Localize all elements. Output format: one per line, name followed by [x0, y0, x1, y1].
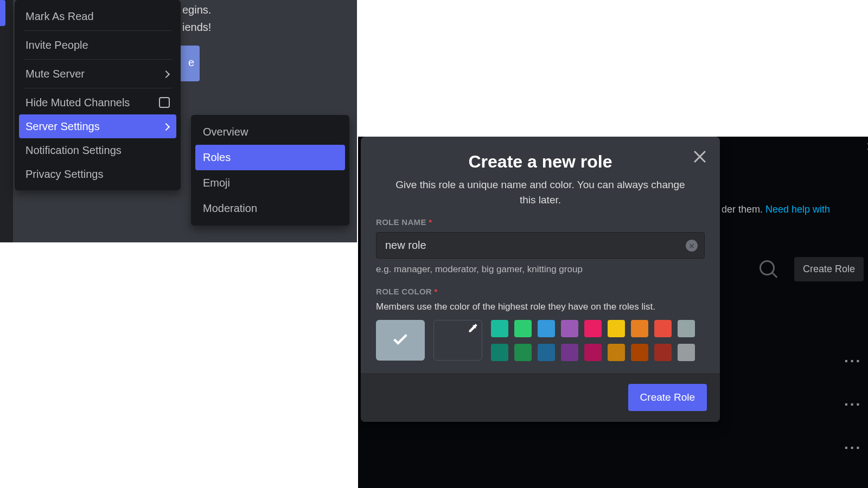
- server-pill-indicator: [0, 0, 5, 26]
- menu-notification-settings-label: Notification Settings: [25, 144, 122, 157]
- color-swatch[interactable]: [678, 320, 695, 337]
- menu-separator: [23, 30, 172, 31]
- submenu-moderation[interactable]: Moderation: [195, 196, 345, 221]
- menu-notification-settings[interactable]: Notification Settings: [19, 138, 176, 162]
- required-marker: *: [429, 217, 432, 227]
- more-icon[interactable]: ···: [844, 352, 861, 370]
- menu-mute-server-label: Mute Server: [25, 67, 85, 80]
- submenu-emoji-label: Emoji: [203, 177, 230, 189]
- bg-text-line2: iends!: [182, 18, 211, 36]
- menu-mark-as-read[interactable]: Mark As Read: [19, 4, 176, 28]
- color-swatch[interactable]: [538, 344, 555, 361]
- color-swatch[interactable]: [678, 344, 695, 361]
- left-composite-panel: egins. iends! e Mark As Read Invite Peop…: [0, 0, 357, 242]
- menu-separator: [23, 88, 172, 88]
- more-icon[interactable]: ···: [844, 439, 861, 457]
- menu-privacy-settings-label: Privacy Settings: [25, 168, 103, 181]
- color-swatch[interactable]: [654, 320, 672, 337]
- color-swatch-default[interactable]: [376, 320, 425, 361]
- bg-partial-button: e: [178, 46, 200, 81]
- color-swatch-custom[interactable]: [433, 320, 482, 361]
- checkbox-icon: [159, 97, 170, 108]
- menu-server-settings[interactable]: Server Settings: [19, 114, 176, 138]
- modal-footer: Create Role: [361, 373, 720, 422]
- color-swatch[interactable]: [514, 320, 532, 337]
- right-composite-panel: der them. Need help with Create Role ···…: [358, 137, 868, 488]
- role-color-hint: Members use the color of the highest rol…: [376, 301, 705, 312]
- eyedropper-icon: [468, 323, 478, 336]
- submenu-roles[interactable]: Roles: [195, 145, 345, 170]
- menu-server-settings-label: Server Settings: [25, 120, 100, 133]
- menu-invite-people-label: Invite People: [25, 38, 88, 52]
- color-swatch[interactable]: [654, 344, 672, 361]
- color-row-1: [491, 320, 695, 337]
- submenu-overview[interactable]: Overview: [195, 119, 345, 145]
- color-swatch[interactable]: [514, 344, 532, 361]
- check-icon: [391, 330, 410, 351]
- server-settings-submenu: Overview Roles Emoji Moderation: [191, 115, 349, 226]
- modal-subtitle: Give this role a unique name and color. …: [377, 177, 704, 208]
- bg-hint-text: der them. Need help with: [722, 204, 830, 215]
- clear-input-button[interactable]: [686, 240, 698, 252]
- submenu-overview-label: Overview: [203, 126, 248, 138]
- menu-mark-as-read-label: Mark As Read: [25, 10, 94, 23]
- server-rail: [0, 0, 13, 242]
- close-button[interactable]: [691, 146, 709, 165]
- create-role-bg-button[interactable]: Create Role: [794, 257, 864, 281]
- color-swatch[interactable]: [584, 344, 602, 361]
- menu-separator: [23, 59, 172, 60]
- modal-header: Create a new role Give this role a uniqu…: [361, 137, 720, 217]
- create-role-modal: Create a new role Give this role a uniqu…: [361, 137, 720, 422]
- menu-hide-muted-label: Hide Muted Channels: [25, 96, 130, 109]
- server-context-menu: Mark As Read Invite People Mute Server H…: [15, 0, 181, 190]
- more-icon[interactable]: ···: [844, 396, 861, 413]
- color-swatch[interactable]: [538, 320, 555, 337]
- role-name-label: Role Name *: [376, 217, 705, 227]
- role-name-hint: e.g. manager, moderator, big gamer, knit…: [376, 264, 705, 275]
- submenu-moderation-label: Moderation: [203, 202, 257, 214]
- create-role-button[interactable]: Create Role: [628, 384, 707, 411]
- color-swatch[interactable]: [561, 320, 578, 337]
- help-link[interactable]: Need help with: [765, 204, 830, 215]
- modal-title: Create a new role: [377, 152, 704, 172]
- bg-text-line1: egins.: [182, 1, 211, 18]
- color-row-2: [491, 344, 695, 361]
- color-swatch[interactable]: [491, 320, 508, 337]
- menu-mute-server[interactable]: Mute Server: [19, 62, 176, 86]
- menu-invite-people[interactable]: Invite People: [19, 33, 176, 57]
- color-picker: [376, 320, 705, 361]
- role-name-input[interactable]: [385, 239, 680, 252]
- color-swatch[interactable]: [491, 344, 508, 361]
- color-swatch[interactable]: [561, 344, 578, 361]
- role-name-input-wrapper: [376, 232, 705, 259]
- submenu-emoji[interactable]: Emoji: [195, 170, 345, 196]
- color-swatch[interactable]: [608, 344, 625, 361]
- chevron-right-icon[interactable]: [864, 141, 868, 154]
- color-swatch[interactable]: [584, 320, 602, 337]
- menu-hide-muted-channels[interactable]: Hide Muted Channels: [19, 91, 176, 114]
- required-marker: *: [434, 287, 437, 296]
- role-color-label: Role Color *: [376, 287, 705, 296]
- search-icon[interactable]: [760, 260, 775, 275]
- color-swatch[interactable]: [631, 344, 648, 361]
- menu-privacy-settings[interactable]: Privacy Settings: [19, 162, 176, 186]
- color-swatch[interactable]: [608, 320, 625, 337]
- submenu-roles-label: Roles: [203, 151, 231, 163]
- chevron-right-icon: [163, 123, 170, 130]
- color-swatch[interactable]: [631, 320, 648, 337]
- chevron-right-icon: [163, 70, 170, 77]
- modal-body: Role Name * e.g. manager, moderator, big…: [361, 217, 720, 373]
- color-swatch-grid: [491, 320, 695, 361]
